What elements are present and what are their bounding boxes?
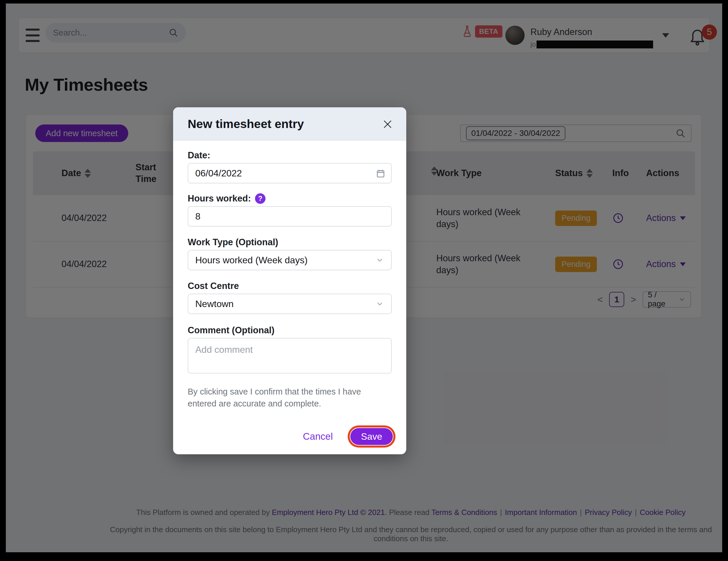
modal-title: New timesheet entry (188, 117, 304, 131)
date-label: Date: (188, 150, 392, 161)
app-root: BETA Ruby Anderson jo 5 My Timesheets Ad… (0, 0, 728, 561)
calendar-icon[interactable] (376, 169, 385, 178)
work-type-label: Work Type (Optional) (188, 237, 392, 247)
work-type-select[interactable]: Hours worked (Week days) (188, 250, 392, 270)
date-field[interactable] (188, 163, 392, 183)
cost-centre-select[interactable]: Newtown (188, 294, 392, 314)
hours-worked-label: Hours worked: ? (188, 193, 392, 204)
cost-centre-label: Cost Centre (188, 281, 392, 291)
chevron-down-icon (375, 300, 384, 308)
save-button[interactable]: Save (350, 428, 393, 445)
close-icon[interactable] (382, 118, 393, 130)
save-disclaimer-text: By clicking save I confirm that the time… (188, 386, 386, 410)
work-type-value: Hours worked (Week days) (195, 255, 307, 265)
comment-field[interactable] (188, 338, 392, 374)
help-icon[interactable]: ? (255, 193, 265, 204)
hours-worked-field[interactable] (188, 206, 392, 226)
modal-header: New timesheet entry (173, 107, 406, 141)
new-timesheet-entry-modal: New timesheet entry Date: Hours worked: … (173, 107, 406, 454)
cost-centre-value: Newtown (195, 299, 234, 310)
comment-label: Comment (Optional) (188, 325, 392, 336)
chevron-down-icon (375, 256, 384, 264)
modal-body: Date: Hours worked: ? Work Type (Optiona… (173, 150, 406, 410)
modal-actions: Cancel Save (303, 428, 393, 445)
cancel-button[interactable]: Cancel (303, 431, 333, 442)
